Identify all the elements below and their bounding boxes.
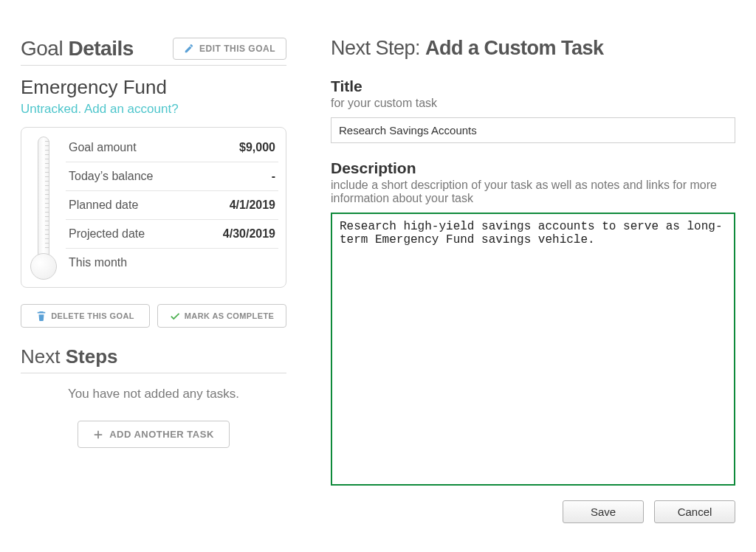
planned-date-row: Planned date 4/1/2019 [66,191,278,220]
plus-icon [93,429,103,440]
goal-details-header: Goal Details EDIT THIS GOAL [21,37,286,66]
no-tasks-message: You have not added any tasks. [21,387,286,401]
today-balance-label: Today’s balance [69,170,153,183]
edit-goal-button[interactable]: EDIT THIS GOAL [173,38,286,60]
goal-amount-label: Goal amount [69,141,137,154]
next-steps-header: Next Steps [21,345,286,373]
planned-date-label: Planned date [69,199,138,212]
next-step-title: Next Step: Add a Custom Task [331,37,735,60]
mark-complete-label: MARK AS COMPLETE [185,311,275,320]
goal-amount-value: $9,000 [239,141,275,154]
today-balance-row: Today’s balance - [66,162,278,191]
next-steps-bold: Steps [66,345,118,368]
goal-amount-row: Goal amount $9,000 [66,134,278,162]
task-description-textarea[interactable] [331,213,735,486]
edit-goal-label: EDIT THIS GOAL [199,44,275,54]
next-step-title-light: Next Step: [331,37,425,59]
this-month-label: This month [69,256,127,269]
thermometer-icon [30,134,57,281]
projected-date-value: 4/30/2019 [223,227,275,241]
trash-icon [36,311,47,321]
cancel-button[interactable]: Cancel [654,500,735,523]
today-balance-value: - [272,170,275,183]
add-another-task-label: ADD ANOTHER TASK [109,429,214,440]
title-field-sub: for your custom task [331,97,735,110]
add-another-task-button[interactable]: ADD ANOTHER TASK [78,421,230,448]
goal-stats-card: Goal amount $9,000 Today’s balance - Pla… [21,127,286,288]
check-icon [170,311,180,321]
pencil-icon [184,44,194,54]
task-title-input[interactable] [331,117,735,143]
mark-complete-button[interactable]: MARK AS COMPLETE [157,304,286,328]
goal-name: Emergency Fund [21,76,286,99]
delete-goal-button[interactable]: DELETE THIS GOAL [21,304,150,328]
description-field-sub: include a short description of your task… [331,179,735,205]
next-steps-light: Next [21,345,66,368]
projected-date-row: Projected date 4/30/2019 [66,220,278,249]
planned-date-value: 4/1/2019 [230,199,275,212]
goal-details-heading-light: Goal [21,37,68,60]
untracked-add-account-link[interactable]: Untracked. Add an account? [21,102,179,117]
save-button[interactable]: Save [563,500,644,523]
delete-goal-label: DELETE THIS GOAL [51,311,134,320]
projected-date-label: Projected date [69,227,145,241]
title-field-label: Title [331,77,735,95]
goal-details-heading-bold: Details [68,37,133,60]
next-step-title-bold: Add a Custom Task [425,37,604,59]
description-field-label: Description [331,159,735,177]
this-month-row: This month [66,249,278,277]
